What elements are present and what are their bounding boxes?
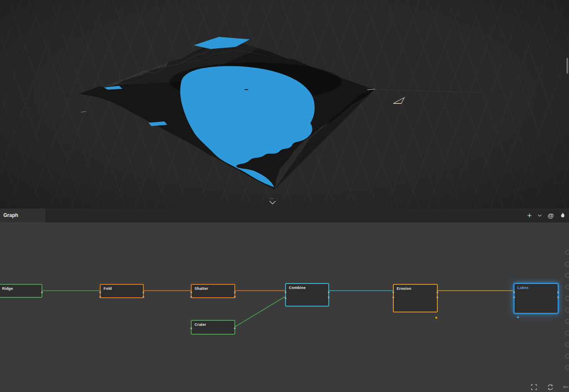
output-port[interactable] (143, 291, 144, 293)
node-title: Lakes (517, 286, 529, 290)
output-port[interactable] (557, 291, 559, 293)
side-toolbar-icon[interactable] (565, 331, 569, 335)
graph-edge[interactable] (235, 297, 285, 327)
graph-node-shatter[interactable]: Shatter (191, 284, 235, 298)
input-port[interactable] (190, 291, 192, 293)
node-title: Shatter (195, 286, 208, 291)
output-port[interactable] (234, 291, 236, 293)
input-port[interactable] (513, 297, 515, 298)
output-port[interactable] (557, 297, 559, 298)
output-port[interactable] (328, 297, 330, 298)
tab-graph-label: Graph (3, 212, 18, 218)
output-port[interactable] (234, 328, 236, 329)
side-toolbar-icon[interactable] (565, 285, 569, 289)
side-toolbar-icon[interactable] (565, 250, 569, 255)
fit-view-icon[interactable] (530, 384, 538, 391)
graph-node-combine[interactable]: Combine (285, 283, 329, 307)
output-port[interactable] (436, 291, 438, 293)
viewport-3d[interactable] (0, 0, 569, 209)
chevron-down-icon[interactable] (538, 214, 542, 217)
output-port[interactable] (234, 296, 236, 298)
graph-canvas[interactable]: RidgeFoldShatterCombineCraterErosionLake… (0, 222, 569, 392)
at-mention-icon[interactable]: @ (548, 212, 554, 219)
add-node-button[interactable]: + (527, 211, 532, 219)
tab-graph[interactable]: Graph (0, 209, 46, 222)
side-toolbar-icon[interactable] (565, 296, 569, 301)
node-title: Erosion (397, 286, 411, 291)
side-toolbar-icon[interactable] (565, 308, 569, 312)
refresh-icon[interactable] (547, 384, 554, 391)
graph-panel-header: Graph + @ (0, 209, 569, 222)
input-port[interactable] (190, 296, 192, 298)
node-marker-dot[interactable] (517, 316, 519, 318)
side-toolbar-icon[interactable] (565, 273, 569, 278)
node-title: Fold (104, 286, 112, 291)
output-port[interactable] (41, 291, 43, 293)
side-toolbar-icon[interactable] (565, 342, 569, 347)
node-title: Crater (195, 322, 206, 327)
input-port[interactable] (285, 297, 286, 299)
input-port[interactable] (190, 328, 192, 329)
input-port[interactable] (513, 291, 515, 293)
side-toolbar-icon[interactable] (565, 262, 569, 266)
flame-build-icon[interactable] (560, 212, 566, 219)
side-toolbar-icon[interactable] (565, 365, 569, 370)
side-toolbar-icon[interactable] (565, 319, 569, 324)
output-port[interactable] (328, 291, 330, 293)
side-toolbar-icon[interactable] (565, 354, 569, 358)
clipped-tool-icon[interactable] (563, 384, 569, 391)
graph-node-ridge[interactable]: Ridge (0, 284, 42, 298)
app-window: Graph + @ (0, 0, 569, 392)
node-title: Ridge (2, 286, 13, 291)
graph-node-crater[interactable]: Crater (191, 320, 235, 335)
viewport-scroll-handle[interactable] (566, 58, 568, 74)
terrain-mesh (0, 0, 569, 209)
input-port[interactable] (392, 297, 394, 298)
graph-toolbar: + @ (527, 209, 566, 222)
graph-node-fold[interactable]: Fold (100, 284, 144, 298)
orientation-gizmo-icon[interactable] (391, 95, 406, 107)
graph-corner-tools (530, 382, 569, 392)
graph-node-erosion[interactable]: Erosion (393, 284, 438, 312)
node-marker-dot[interactable] (435, 317, 437, 319)
input-port[interactable] (99, 296, 101, 298)
output-port[interactable] (436, 297, 438, 298)
input-port[interactable] (392, 291, 394, 293)
graph-node-lakes[interactable]: Lakes (514, 283, 559, 314)
edge-layer (0, 222, 569, 392)
node-title: Combine (289, 286, 306, 290)
input-port[interactable] (285, 291, 286, 293)
output-port[interactable] (143, 296, 144, 298)
input-port[interactable] (99, 291, 101, 293)
